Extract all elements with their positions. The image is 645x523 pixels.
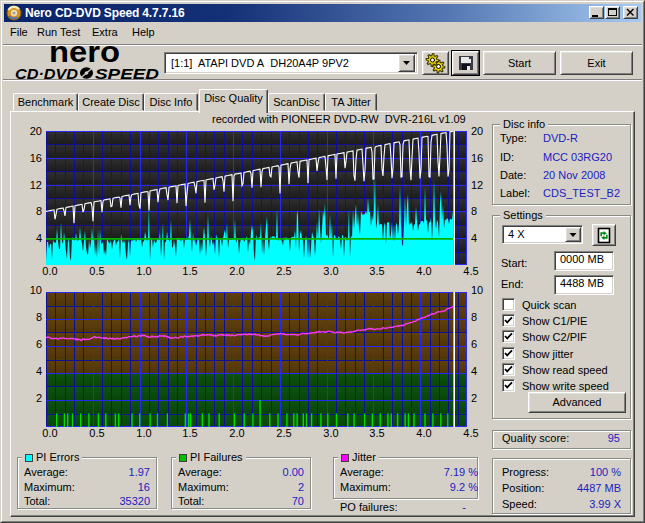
svg-text:nero: nero (49, 43, 120, 63)
